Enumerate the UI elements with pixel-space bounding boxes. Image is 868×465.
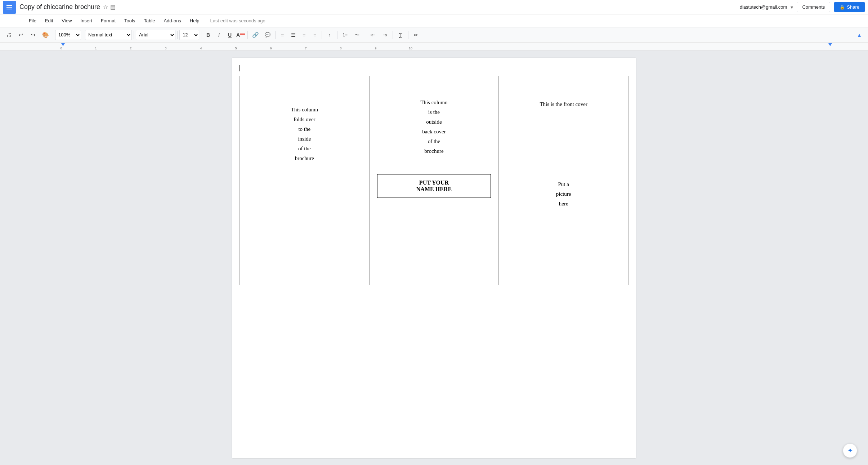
text-cursor [240, 65, 240, 71]
ruler-mark-2: 2 [130, 46, 131, 50]
col3-picture: Put a picture here [506, 180, 621, 209]
doc-title: Copy of chiccarine brochure [19, 3, 100, 11]
align-justify-button[interactable]: ≡ [310, 30, 320, 40]
paint-format-button[interactable]: 🎨 [40, 30, 51, 40]
table-row: This column folds over to the inside of … [240, 76, 628, 285]
ruler-mark-5: 5 [235, 46, 237, 50]
col2-text: This column is the outside back cover of… [377, 98, 492, 156]
dropdown-arrow[interactable]: ▾ [791, 4, 793, 10]
top-bar: Copy of chiccarine brochure ☆ ▤ dlastute… [0, 0, 868, 14]
divider1 [53, 31, 53, 39]
ruler-inner: 0 1 2 3 4 5 6 7 8 9 10 [0, 43, 868, 50]
name-box[interactable]: PUT YOURNAME HERE [377, 174, 492, 198]
ruler-mark-0: 0 [60, 46, 62, 50]
menu-format[interactable]: Format [97, 17, 119, 25]
share-button[interactable]: 🔒 Share [834, 2, 865, 12]
link-button[interactable]: 🔗 [250, 30, 261, 40]
divider10 [365, 31, 365, 39]
top-bar-right: dlastutech@gmail.com ▾ Comments 🔒 Share [740, 2, 865, 12]
doc-page: This column folds over to the inside of … [232, 58, 636, 458]
right-margin-handle[interactable] [828, 43, 832, 46]
menu-view[interactable]: View [58, 17, 75, 25]
divider5 [201, 31, 201, 39]
menu-edit[interactable]: Edit [41, 17, 57, 25]
divider9 [337, 31, 337, 39]
align-right-button[interactable]: ≡ [299, 30, 309, 40]
italic-button[interactable]: I [214, 30, 224, 40]
divider3 [134, 31, 134, 39]
title-icons: ☆ ▤ [103, 4, 116, 10]
redo-button[interactable]: ↪ [27, 30, 39, 40]
smart-compose-button[interactable]: ✦ [843, 443, 857, 458]
doc-area[interactable]: This column folds over to the inside of … [0, 50, 868, 465]
toolbar: 🖨 ↩ ↪ 🎨 100% 75% 125% 150% Normal text H… [0, 27, 868, 43]
ruler-mark-3: 3 [165, 46, 166, 50]
decrease-indent-button[interactable]: ⇤ [367, 30, 379, 40]
unordered-list-button[interactable]: •≡ [352, 30, 363, 40]
divider12 [408, 31, 408, 39]
ruler-mark-6: 6 [270, 46, 272, 50]
col3-title: This is the front cover [506, 101, 621, 107]
ruler-mark-4: 4 [200, 46, 202, 50]
line-spacing-button[interactable]: ↕ [324, 30, 335, 40]
divider2 [83, 31, 83, 39]
font-size-select[interactable]: 12 10 11 14 16 18 [179, 30, 199, 40]
draw-button[interactable]: ✏ [410, 30, 422, 40]
collapse-toolbar-button[interactable]: ▲ [854, 30, 865, 40]
table-cell-col2[interactable]: This column is the outside back cover of… [369, 76, 499, 285]
align-left-button[interactable]: ≡ [277, 30, 287, 40]
menu-bar: File Edit View Insert Format Tools Table… [0, 14, 868, 27]
style-select[interactable]: Normal text Heading 1 Heading 2 Title [85, 30, 132, 40]
divider7 [275, 31, 276, 39]
menu-addons[interactable]: Add-ons [160, 17, 184, 25]
zoom-select[interactable]: 100% 75% 125% 150% [55, 30, 81, 40]
menu-file[interactable]: File [25, 17, 40, 25]
ruler-mark-8: 8 [340, 46, 341, 50]
table-cell-col1[interactable]: This column folds over to the inside of … [240, 76, 370, 285]
divider11 [393, 31, 393, 39]
bold-button[interactable]: B [203, 30, 213, 40]
ruler: 0 1 2 3 4 5 6 7 8 9 10 [0, 43, 868, 50]
text-color-button[interactable]: A [236, 30, 246, 40]
menu-insert[interactable]: Insert [77, 17, 96, 25]
divider4 [177, 31, 178, 39]
star-icon[interactable]: ☆ [103, 4, 108, 10]
ruler-mark-1: 1 [95, 46, 97, 50]
left-margin-handle[interactable] [61, 43, 65, 46]
ruler-mark-10: 10 [409, 46, 412, 50]
menu-tools[interactable]: Tools [121, 17, 139, 25]
lock-icon: 🔒 [840, 5, 845, 10]
menu-help[interactable]: Help [186, 17, 203, 25]
text-color-wrapper: A [236, 30, 246, 40]
col2-content: This column is the outside back cover of… [377, 83, 492, 201]
comments-button[interactable]: Comments [797, 2, 830, 12]
app-icon[interactable] [3, 1, 16, 14]
align-center-button[interactable]: ☰ [288, 30, 298, 40]
formula-button[interactable]: ∑ [395, 30, 406, 40]
print-button[interactable]: 🖨 [3, 30, 14, 40]
last-edit: Last edit was seconds ago [210, 18, 265, 23]
table-cell-col3[interactable]: This is the front cover Put a picture he… [499, 76, 628, 285]
divider8 [322, 31, 322, 39]
col3-content: This is the front cover Put a picture he… [506, 101, 621, 209]
menu-table[interactable]: Table [140, 17, 158, 25]
underline-button[interactable]: U [225, 30, 235, 40]
brochure-table: This column folds over to the inside of … [240, 76, 628, 285]
ruler-mark-7: 7 [305, 46, 307, 50]
ordered-list-button[interactable]: 1≡ [339, 30, 351, 40]
ruler-mark-9: 9 [375, 46, 376, 50]
divider6 [247, 31, 248, 39]
col2-divider [377, 167, 492, 167]
increase-indent-button[interactable]: ⇥ [379, 30, 391, 40]
user-email: dlastutech@gmail.com [740, 4, 787, 10]
folder-icon[interactable]: ▤ [110, 4, 116, 10]
col1-text: This column folds over to the inside of … [247, 105, 362, 163]
font-select[interactable]: Arial Times New Roman Courier New [136, 30, 175, 40]
underline-wrapper: U [225, 30, 235, 40]
undo-button[interactable]: ↩ [15, 30, 27, 40]
comment-button[interactable]: 💬 [262, 30, 273, 40]
